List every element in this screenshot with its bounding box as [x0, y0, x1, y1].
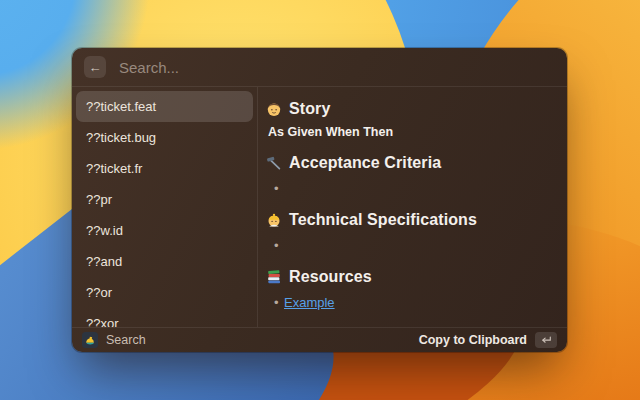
technical-specifications-list [266, 238, 553, 254]
section-title: Story [289, 100, 330, 118]
list-item[interactable]: ??and [76, 246, 253, 277]
copy-to-clipboard-action[interactable]: Copy to Clipboard [419, 333, 527, 347]
section-title: Acceptance Criteria [289, 154, 441, 172]
section-heading-acceptance-criteria: Acceptance Criteria [266, 154, 553, 172]
section-title: Resources [289, 268, 372, 286]
section-title: Technical Specifications [289, 211, 477, 229]
list-item[interactable]: ??xor [76, 308, 253, 327]
search-bar: ← [72, 48, 567, 86]
status-bar: Search Copy to Clipboard [72, 327, 567, 352]
list-item[interactable]: ??ticket.fr [76, 153, 253, 184]
man-emoji-icon [266, 101, 282, 117]
return-keycap[interactable] [535, 332, 557, 348]
example-link[interactable]: Example [284, 295, 335, 310]
list-item[interactable]: ??ticket.feat [76, 91, 253, 122]
main-content: ??ticket.feat ??ticket.bug ??ticket.fr ?… [72, 87, 567, 327]
books-emoji-icon [266, 269, 282, 285]
story-body: As Given When Then [266, 125, 553, 140]
construction-worker-emoji-icon [266, 212, 282, 228]
snippet-list: ??ticket.feat ??ticket.bug ??ticket.fr ?… [72, 87, 257, 327]
footer-command-label: Search [106, 333, 146, 347]
list-bullet [284, 181, 553, 197]
list-item[interactable]: ??pr [76, 184, 253, 215]
left-arrow-icon: ← [89, 61, 102, 74]
extension-app-icon [82, 332, 98, 348]
list-item[interactable]: ??or [76, 277, 253, 308]
section-heading-resources: Resources [266, 268, 553, 286]
section-heading-story: Story [266, 100, 553, 118]
acceptance-criteria-list [266, 181, 553, 197]
list-bullet [284, 238, 553, 254]
resources-list: Example [266, 295, 553, 311]
return-key-icon [540, 336, 552, 345]
list-item[interactable]: ??w.id [76, 215, 253, 246]
snippet-preview: Story As Given When Then Acceptance Crit… [258, 87, 567, 327]
section-heading-technical-specifications: Technical Specifications [266, 211, 553, 229]
list-bullet: Example [284, 295, 553, 311]
hammer-emoji-icon [266, 155, 282, 171]
search-input[interactable] [117, 58, 555, 77]
list-item[interactable]: ??ticket.bug [76, 122, 253, 153]
back-button[interactable]: ← [84, 56, 106, 78]
launcher-window: ← ??ticket.feat ??ticket.bug ??ticket.fr… [72, 48, 567, 352]
